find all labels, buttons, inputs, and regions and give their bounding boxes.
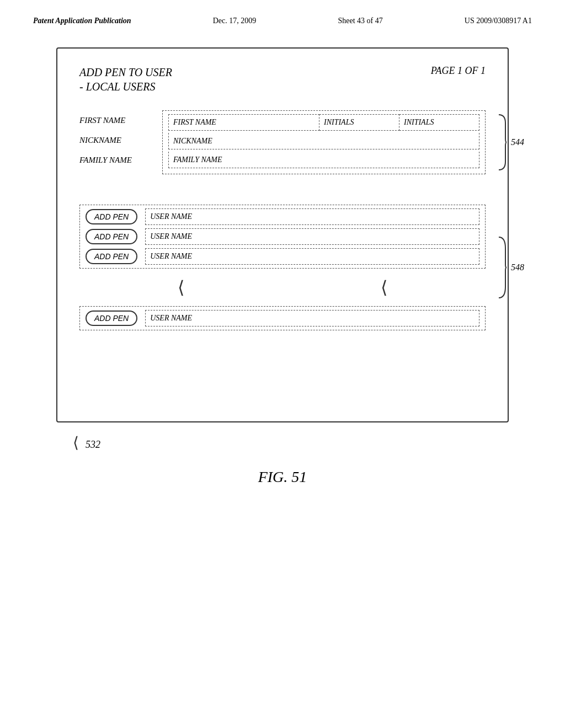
user-list-outer: ADD PEN USER NAME ADD PEN USER NAME ADD … xyxy=(79,205,486,269)
continuation-brace-right: ⟨ xyxy=(381,277,387,298)
input-family-name[interactable]: FAMILY NAME xyxy=(168,152,479,168)
input-nickname[interactable]: NICKNAME xyxy=(168,133,479,149)
user-section-wrapper: ADD PEN USER NAME ADD PEN USER NAME ADD … xyxy=(79,205,486,330)
ref-544-label: 544 xyxy=(511,137,524,147)
add-pen-button-2[interactable]: ADD PEN xyxy=(86,229,137,244)
screen-title-row: ADD PEN TO USER - LOCAL USERS PAGE 1 OF … xyxy=(79,65,486,94)
brace-532-label: 532 xyxy=(86,439,100,450)
user-row-3: ADD PEN USER NAME xyxy=(86,248,479,265)
input-first-name[interactable]: FIRST NAME xyxy=(168,114,319,131)
screen-title: ADD PEN TO USER - LOCAL USERS xyxy=(79,65,172,94)
name-inputs-container: FIRST NAME INITIALS INITIALS NICKNAME FA… xyxy=(162,110,486,174)
header-patent: US 2009/0308917 A1 xyxy=(465,17,532,25)
label-first-name: FIRST NAME xyxy=(79,110,151,130)
ref-548-label: 548 xyxy=(511,263,524,272)
user-name-field-2[interactable]: USER NAME xyxy=(145,228,479,245)
user-row-last: ADD PEN USER NAME xyxy=(86,310,479,326)
add-pen-button-3[interactable]: ADD PEN xyxy=(86,249,137,264)
input-initials1[interactable]: INITIALS xyxy=(319,114,399,131)
diagram-area: ADD PEN TO USER - LOCAL USERS PAGE 1 OF … xyxy=(56,47,509,452)
user-name-field-last[interactable]: USER NAME xyxy=(145,310,479,326)
label-nickname: NICKNAME xyxy=(79,130,151,150)
user-row-1: ADD PEN USER NAME xyxy=(86,208,479,225)
user-section: ADD PEN USER NAME ADD PEN USER NAME ADD … xyxy=(79,205,486,330)
screen-title-line1: ADD PEN TO USER xyxy=(79,65,172,79)
screen-box: ADD PEN TO USER - LOCAL USERS PAGE 1 OF … xyxy=(56,47,509,422)
last-user-row-container: ADD PEN USER NAME xyxy=(79,306,486,330)
continuation-brace-left: ⟨ xyxy=(178,277,184,298)
ref-544-arrow: 544 xyxy=(497,112,524,173)
page-header: Patent Application Publication Dec. 17, … xyxy=(33,17,532,25)
user-row-2: ADD PEN USER NAME xyxy=(86,228,479,245)
add-pen-button-last[interactable]: ADD PEN xyxy=(86,311,137,326)
page: Patent Application Publication Dec. 17, … xyxy=(0,0,565,728)
header-date: Dec. 17, 2009 xyxy=(213,17,257,25)
name-section-wrapper: FIRST NAME NICKNAME FAMILY NAME FIRST NA… xyxy=(79,110,486,174)
page-indicator: PAGE 1 OF 1 xyxy=(431,65,486,77)
screen-title-line2: - LOCAL USERS xyxy=(79,79,172,94)
label-family-name: FAMILY NAME xyxy=(79,150,151,170)
brace-532-symbol: ⟨ xyxy=(73,434,79,451)
header-publication: Patent Application Publication xyxy=(33,17,131,25)
figure-label: FIG. 51 xyxy=(33,468,532,486)
name-labels: FIRST NAME NICKNAME FAMILY NAME xyxy=(79,110,151,170)
ref-548-arrow: 548 xyxy=(497,234,524,301)
continuation-area: ⟨ ⟨ xyxy=(79,269,486,306)
input-initials2[interactable]: INITIALS xyxy=(399,114,479,131)
user-name-field-1[interactable]: USER NAME xyxy=(145,208,479,225)
name-section: FIRST NAME NICKNAME FAMILY NAME FIRST NA… xyxy=(79,110,486,174)
add-pen-button-1[interactable]: ADD PEN xyxy=(86,209,137,224)
first-row-inputs: FIRST NAME INITIALS INITIALS xyxy=(168,114,479,131)
bottom-brace-area: ⟨ 532 xyxy=(56,433,509,452)
header-sheet: Sheet 43 of 47 xyxy=(338,17,382,25)
user-name-field-3[interactable]: USER NAME xyxy=(145,248,479,265)
